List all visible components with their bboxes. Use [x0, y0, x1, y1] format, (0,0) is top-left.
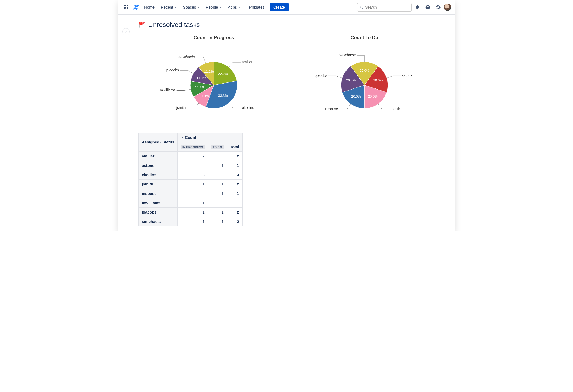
svg-text:msouse: msouse — [325, 107, 338, 111]
svg-text:mwilliams: mwilliams — [160, 88, 176, 92]
svg-text:smichaels: smichaels — [178, 55, 195, 59]
cell-assignee: smichaels — [139, 217, 178, 226]
chevron-down-icon — [181, 136, 184, 139]
page-title: Unresolved tasks — [148, 21, 200, 29]
notifications-icon[interactable] — [413, 3, 422, 12]
svg-text:33.3%: 33.3% — [218, 94, 228, 98]
table-row: msouse 1 1 — [139, 189, 243, 198]
cell-total: 1 — [227, 198, 242, 208]
search-field[interactable] — [365, 5, 409, 10]
svg-text:20.0%: 20.0% — [351, 94, 361, 98]
svg-text:11.2%: 11.2% — [204, 70, 214, 73]
svg-text:pjacobs: pjacobs — [315, 73, 327, 78]
cell-assignee: pjacobs — [139, 208, 178, 217]
cell-total: 1 — [227, 189, 242, 198]
cell-in-progress: 2 — [178, 152, 208, 161]
table-row: jsmith 1 1 2 — [139, 180, 243, 189]
nav-people[interactable]: People — [203, 3, 224, 11]
svg-text:pjacobs: pjacobs — [166, 68, 179, 72]
app-switcher-icon[interactable] — [122, 3, 130, 11]
search-icon — [359, 5, 363, 9]
sidebar-expand-icon[interactable] — [122, 28, 130, 35]
user-avatar[interactable] — [444, 4, 451, 11]
svg-text:22.2%: 22.2% — [218, 72, 228, 76]
table-row: pjacobs 1 1 2 — [139, 208, 243, 217]
nav-recent[interactable]: Recent — [158, 3, 179, 11]
search-input[interactable] — [357, 3, 412, 12]
chart-title: Count To Do — [297, 35, 432, 40]
create-button[interactable]: Create — [270, 3, 289, 11]
cell-in-progress — [178, 161, 208, 170]
cell-assignee: jsmith — [139, 180, 178, 189]
svg-text:astone: astone — [402, 73, 412, 78]
svg-point-0 — [360, 6, 362, 8]
svg-text:11.1%: 11.1% — [197, 76, 206, 80]
chart-block: Count To Do20.0%astone20.0%jsmith20.0%ms… — [297, 35, 432, 122]
cell-in-progress: 1 — [178, 198, 208, 208]
svg-text:?: ? — [427, 5, 429, 9]
svg-text:ekollins: ekollins — [242, 106, 254, 110]
cell-total: 2 — [227, 180, 242, 189]
pie-chart: 22.2%amiller33.3%ekollins11.1%jsmith11.1… — [146, 44, 281, 121]
svg-line-1 — [362, 8, 363, 8]
nav-apps[interactable]: Apps — [225, 3, 243, 11]
cell-in-progress — [178, 189, 208, 198]
svg-text:20.0%: 20.0% — [360, 68, 369, 72]
cell-to-do: 1 — [208, 217, 227, 226]
svg-text:20.0%: 20.0% — [368, 94, 378, 98]
cell-in-progress: 1 — [178, 217, 208, 226]
cell-to-do: 1 — [208, 189, 227, 198]
svg-text:jsmith: jsmith — [176, 106, 186, 110]
svg-text:11.1%: 11.1% — [195, 85, 204, 89]
svg-text:20.0%: 20.0% — [346, 78, 356, 82]
cell-total: 2 — [227, 208, 242, 217]
cell-total: 2 — [227, 152, 242, 161]
th-total: Total — [227, 142, 242, 152]
cell-in-progress: 3 — [178, 170, 208, 180]
svg-text:20.0%: 20.0% — [373, 78, 383, 82]
cell-to-do — [208, 198, 227, 208]
flag-icon: 🚩 — [138, 22, 145, 28]
table-row: amiller 2 2 — [139, 152, 243, 161]
th-to-do: TO DO — [208, 142, 227, 152]
th-count[interactable]: Count — [178, 133, 243, 142]
table-row: astone 1 1 — [139, 161, 243, 170]
cell-to-do: 1 — [208, 208, 227, 217]
svg-text:amiller: amiller — [242, 60, 253, 64]
svg-text:jsmith: jsmith — [391, 107, 401, 111]
nav-templates[interactable]: Templates — [244, 3, 267, 11]
cell-to-do — [208, 170, 227, 180]
chevron-down-icon — [238, 6, 241, 9]
cell-in-progress: 1 — [178, 180, 208, 189]
pie-chart: 20.0%astone20.0%jsmith20.0%msouse20.0%pj… — [297, 44, 432, 121]
cell-assignee: msouse — [139, 189, 178, 198]
chevron-down-icon — [174, 6, 177, 9]
th-assignee-status: Assignee / Status — [139, 133, 178, 152]
nav-home[interactable]: Home — [142, 3, 157, 11]
svg-text:11.1%: 11.1% — [200, 94, 209, 98]
nav-spaces[interactable]: Spaces — [181, 3, 202, 11]
cell-assignee: ekollins — [139, 170, 178, 180]
help-icon[interactable]: ? — [423, 3, 432, 12]
chevron-down-icon — [219, 6, 222, 9]
cell-to-do: 1 — [208, 180, 227, 189]
cell-assignee: astone — [139, 161, 178, 170]
chart-block: Count In Progress22.2%amiller33.3%ekolli… — [146, 35, 281, 122]
chart-title: Count In Progress — [146, 35, 281, 40]
cell-total: 2 — [227, 217, 242, 226]
th-in-progress: IN PROGRESS — [178, 142, 208, 152]
table-row: ekollins 3 3 — [139, 170, 243, 180]
top-navigation: Home Recent Spaces People Apps Templates… — [118, 0, 455, 15]
chevron-down-icon — [197, 6, 200, 9]
svg-text:smichaels: smichaels — [339, 53, 356, 57]
cell-total: 1 — [227, 161, 242, 170]
cell-to-do: 1 — [208, 161, 227, 170]
cell-to-do — [208, 152, 227, 161]
table-row: mwilliams 1 1 — [139, 198, 243, 208]
cell-assignee: mwilliams — [139, 198, 178, 208]
table-row: smichaels 1 1 2 — [139, 217, 243, 226]
assignee-status-table: Assignee / Status Count IN PROGRESS TO D… — [138, 133, 243, 226]
cell-assignee: amiller — [139, 152, 178, 161]
settings-gear-icon[interactable] — [434, 3, 443, 12]
confluence-logo-icon[interactable] — [131, 4, 141, 10]
